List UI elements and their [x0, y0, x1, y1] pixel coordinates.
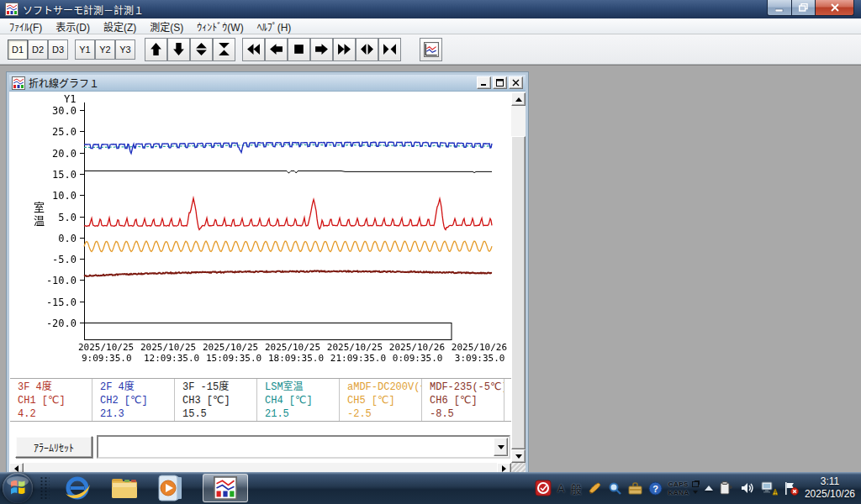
internet-explorer-icon[interactable]: [61, 474, 93, 502]
alarm-reset-button[interactable]: ｱﾗｰﾑﾘｾｯﾄ: [15, 436, 92, 458]
channel-label: CH2 [℃]: [100, 394, 172, 407]
rewind-button[interactable]: [242, 38, 265, 61]
search-icon[interactable]: [608, 481, 622, 496]
app-icon: [5, 3, 18, 16]
left-triangle-icon: [14, 465, 18, 472]
menu-window[interactable]: ｳｨﾝﾄﾞｳ(W): [190, 18, 250, 34]
close-button[interactable]: [816, 0, 854, 16]
ime-mode-alpha[interactable]: A: [557, 482, 565, 495]
file-explorer-icon[interactable]: [108, 474, 140, 502]
channel-name: 3F 4度: [18, 381, 90, 394]
legend-channel-4: LSM室温 CH4 [℃] 21.5: [257, 379, 340, 421]
main-titlebar: ソフトサーモ計測－計測１: [0, 0, 861, 18]
antivirus-tray-icon[interactable]: [535, 480, 552, 496]
toolbar: D1 D2 D3 Y1 Y2 Y3: [0, 34, 861, 65]
graph-client-area: 室温 3F 4度 CH1 [℃] 4.2 2F 4度 CH2 [℃] 21.3 …: [9, 92, 526, 475]
down-arrow-icon: [172, 42, 186, 56]
compress-vertical-button[interactable]: [213, 38, 235, 61]
chevron-down-icon: [498, 445, 504, 449]
line-chart-canvas: [18, 92, 523, 375]
graph-window: 折れ線グラフ１ 室温 3F 4度 CH1 [℃] 4.2 2F 4度 CH2 […: [7, 72, 528, 477]
taskbar-active-app[interactable]: [203, 474, 248, 502]
toolbox-icon[interactable]: [628, 481, 642, 496]
ime-pad-icon: [692, 481, 699, 487]
channel-label: CH1 [℃]: [18, 394, 90, 407]
ime-status-panel[interactable]: CAPS KANA: [668, 480, 699, 496]
d3-button[interactable]: D3: [48, 39, 68, 60]
up-triangle-icon: [515, 97, 522, 102]
compress-vertical-icon: [217, 42, 231, 56]
scrollbar-up-button[interactable]: [511, 92, 526, 106]
step-back-button[interactable]: [265, 38, 288, 61]
scroll-down-button[interactable]: [167, 38, 190, 61]
y-axis-title: 室温: [29, 202, 45, 228]
graph-window-titlebar[interactable]: 折れ線グラフ１: [9, 75, 526, 92]
step-forward-button[interactable]: [310, 38, 333, 61]
menu-settings[interactable]: 設定(Z): [97, 18, 143, 34]
y1-button[interactable]: Y1: [75, 39, 95, 60]
channel-label: CH4 [℃]: [265, 394, 337, 407]
right-triangle-icon: [502, 465, 506, 472]
ime-tools-icon[interactable]: [588, 481, 602, 496]
fast-forward-button[interactable]: [333, 38, 356, 61]
channel-name: aMDF-DC200V(+7: [347, 381, 420, 394]
channel-value: 21.3: [100, 407, 172, 421]
combobox-dropdown-button[interactable]: [494, 438, 508, 456]
vertical-scrollbar[interactable]: [511, 92, 526, 463]
channel-value: -2.5: [347, 407, 420, 421]
d2-button[interactable]: D2: [28, 39, 48, 60]
menu-help[interactable]: ﾍﾙﾌﾟ(H): [251, 18, 298, 34]
graph-minimize-button[interactable]: [477, 76, 491, 89]
channel-value: -8.5: [430, 407, 502, 421]
taskbar: A 般 ? CAPS KANA: [0, 472, 861, 504]
y3-button[interactable]: Y3: [115, 39, 135, 60]
channel-label: CH5 [℃]: [347, 394, 420, 407]
legend-channel-5: aMDF-DC200V(+7 CH5 [℃] -2.5: [340, 379, 422, 421]
scroll-up-button[interactable]: [145, 38, 167, 61]
stop-icon: [292, 42, 306, 56]
channel-name: 3F -15度: [182, 381, 255, 394]
removable-device-icon[interactable]: [719, 480, 734, 496]
d1-button[interactable]: D1: [8, 39, 28, 60]
graph-display-button[interactable]: [420, 38, 442, 61]
graph-select-combobox[interactable]: [97, 435, 510, 459]
expand-horizontal-button[interactable]: [356, 38, 378, 61]
legend-channel-3: 3F -15度 CH3 [℃] 15.5: [175, 379, 257, 421]
graph-app-icon: [213, 476, 238, 500]
graph-close-button[interactable]: [509, 76, 523, 89]
vertical-scrollbar-thumb[interactable]: [511, 136, 526, 449]
media-player-icon[interactable]: [156, 474, 188, 502]
menu-measure[interactable]: 測定(S): [143, 18, 190, 34]
taskbar-clock[interactable]: 3:11 2025/10/26: [805, 475, 855, 501]
rewind-icon: [246, 42, 261, 56]
windows-logo-icon: [3, 473, 33, 503]
help-icon[interactable]: ?: [648, 481, 663, 496]
minimize-button[interactable]: [767, 0, 792, 16]
ime-mode-general[interactable]: 般: [571, 480, 582, 496]
left-arrow-icon: [269, 42, 283, 56]
graph-maximize-button[interactable]: [493, 76, 507, 89]
menu-file[interactable]: ﾌｧｲﾙ(F): [3, 18, 49, 34]
channel-label: CH3 [℃]: [182, 394, 255, 407]
y2-button[interactable]: Y2: [95, 39, 115, 60]
show-hidden-icons-button[interactable]: [705, 486, 713, 491]
network-warning-icon[interactable]: [761, 481, 778, 496]
compress-horizontal-button[interactable]: [378, 38, 401, 61]
expand-vertical-icon: [194, 42, 209, 56]
channel-value: 4.2: [18, 407, 90, 421]
menu-view[interactable]: 表示(D): [49, 18, 97, 34]
screen: { "window": { "title": "ソフトサーモ計測－計測１" },…: [0, 0, 861, 504]
channel-label: CH6 [℃]: [430, 394, 502, 407]
start-button[interactable]: [3, 473, 33, 503]
channel-name: 2F 4度: [100, 381, 172, 394]
expand-vertical-button[interactable]: [190, 38, 213, 61]
scrollbar-down-button[interactable]: [511, 449, 526, 463]
action-center-flag-icon[interactable]: [784, 481, 799, 496]
stop-button[interactable]: [288, 38, 310, 61]
graph-window-title: 折れ線グラフ１: [29, 76, 475, 90]
mdi-area: 折れ線グラフ１ 室温 3F 4度 CH1 [℃] 4.2 2F 4度 CH2 […: [0, 65, 861, 472]
graph-icon: [424, 42, 439, 57]
restore-button[interactable]: [792, 0, 816, 16]
graph-window-icon: [12, 76, 25, 90]
volume-icon[interactable]: [740, 481, 755, 495]
